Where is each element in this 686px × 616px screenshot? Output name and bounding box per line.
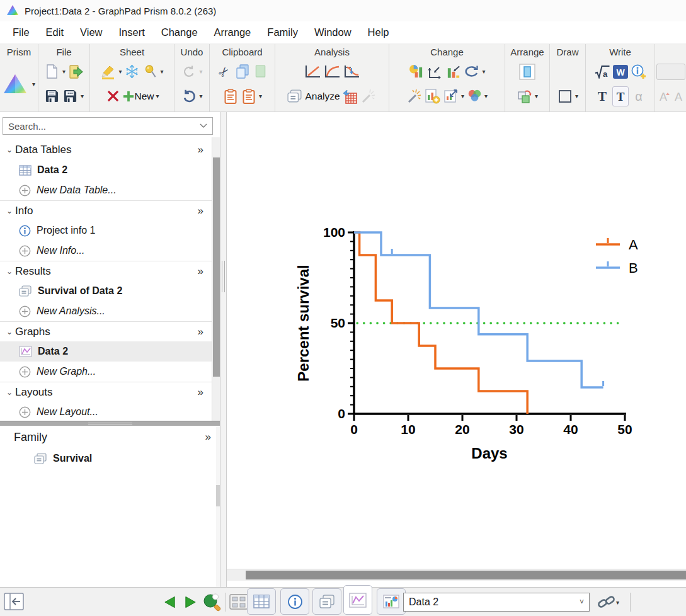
expand-icon[interactable]: »	[198, 265, 203, 278]
analyze-button[interactable]: Analyze	[287, 86, 340, 106]
freeze-sheet-button[interactable]	[124, 62, 140, 82]
section-data-tables[interactable]: ⌄ Data Tables »	[0, 140, 212, 160]
paste-button[interactable]	[222, 86, 239, 106]
cut-button[interactable]: ✂	[216, 62, 232, 82]
new-analysis-table-button[interactable]	[342, 86, 358, 106]
layout-sheet-tab[interactable]	[377, 588, 406, 615]
info-sheet-tab[interactable]	[280, 588, 309, 615]
sidebar-item-new-analysis[interactable]: New Analysis...	[0, 301, 212, 321]
paste-special-button[interactable]	[241, 86, 257, 106]
delete-sheet-button[interactable]	[105, 86, 121, 106]
menu-window[interactable]: Window	[306, 23, 360, 42]
prism-menu-button[interactable]	[3, 74, 30, 94]
search-input[interactable]	[8, 121, 200, 132]
linear-regression-button[interactable]	[304, 62, 321, 82]
save-button[interactable]	[44, 86, 60, 106]
plot-appearance-button[interactable]	[445, 62, 461, 82]
expand-icon[interactable]: »	[198, 205, 203, 217]
sheet-selector-combobox[interactable]: Data 2 ˅	[403, 593, 590, 612]
family-header[interactable]: Family »	[0, 426, 220, 448]
section-info[interactable]: ⌄ Info »	[0, 200, 212, 220]
section-graphs[interactable]: ⌄ Graphs »	[0, 321, 212, 341]
word-export-button[interactable]: W	[612, 62, 629, 82]
scrollbar-thumb[interactable]	[213, 157, 220, 377]
table-sheet-tab[interactable]	[247, 588, 276, 615]
sidebar-item-project-info-1[interactable]: Project info 1	[0, 220, 212, 241]
chevron-down-icon[interactable]: ▾	[484, 93, 488, 100]
expand-icon[interactable]: »	[198, 144, 203, 156]
menu-insert[interactable]: Insert	[111, 23, 153, 42]
expand-icon[interactable]: »	[198, 386, 203, 399]
section-results[interactable]: ⌄ Results »	[0, 261, 212, 281]
next-sheet-button[interactable]	[183, 595, 198, 610]
search-box[interactable]	[3, 117, 213, 135]
expand-icon[interactable]: »	[198, 326, 203, 338]
undo-button[interactable]	[181, 86, 197, 106]
chevron-down-icon[interactable]: ⌄	[4, 328, 15, 336]
font-select-partial[interactable]	[656, 64, 685, 80]
sidebar-item-new-graph[interactable]: New Graph...	[0, 362, 212, 382]
equation-button[interactable]: a	[594, 62, 610, 82]
link-button[interactable]: ▾	[597, 594, 619, 610]
sidebar-item-survival-of-data2[interactable]: Survival of Data 2	[0, 281, 212, 301]
menu-edit[interactable]: Edit	[38, 23, 72, 42]
survival-chart[interactable]: 01020304050050100DaysPercent survivalAB	[227, 112, 686, 566]
chevron-down-icon[interactable]: ▾	[199, 93, 202, 100]
text-box-button[interactable]: T	[612, 86, 629, 106]
chevron-down-icon[interactable]: ⌄	[4, 388, 15, 397]
sidebar-item-graph-data2[interactable]: Data 2	[0, 341, 212, 362]
open-file-button[interactable]	[67, 62, 84, 82]
interpolate-curve-button[interactable]	[343, 62, 360, 82]
pane-splitter[interactable]	[220, 112, 227, 587]
pin-sheet-button[interactable]	[142, 62, 159, 82]
prev-sheet-button[interactable]	[163, 595, 177, 610]
position-object-button[interactable]	[519, 62, 535, 82]
family-panel-splitter[interactable]	[0, 421, 220, 426]
save-as-button[interactable]	[62, 86, 79, 106]
copy-button[interactable]	[234, 62, 251, 82]
graph-horizontal-scrollbar[interactable]	[227, 569, 686, 581]
chevron-down-icon[interactable]: ▾	[461, 93, 464, 100]
menu-family[interactable]: Family	[259, 23, 306, 42]
text-tool-button[interactable]: T	[594, 86, 610, 106]
collapse-sidebar-button[interactable]	[4, 593, 24, 610]
chevron-down-icon[interactable]: ▾	[156, 93, 159, 100]
expand-icon[interactable]: »	[205, 431, 211, 443]
highlight-button[interactable]	[100, 62, 117, 82]
find-magnifier-button[interactable]	[203, 593, 222, 612]
family-item-survival[interactable]: Survival	[0, 448, 220, 469]
sidebar-item-new-info[interactable]: New Info...	[0, 241, 212, 261]
graph-type-button[interactable]	[408, 62, 425, 82]
new-sheet-button[interactable]: New	[123, 86, 154, 106]
color-scheme-button[interactable]	[466, 86, 483, 106]
scrollbar-thumb[interactable]	[246, 571, 686, 579]
rotate-cycle-button[interactable]	[463, 62, 480, 82]
chevron-down-icon[interactable]: ⌄	[4, 267, 15, 276]
sidebar-item-new-data-table[interactable]: New Data Table...	[0, 180, 212, 200]
menu-change[interactable]: Change	[153, 23, 206, 42]
add-data-to-graph-button[interactable]	[425, 86, 441, 106]
chevron-down-icon[interactable]: ▾	[81, 93, 84, 100]
magic-wand-button[interactable]	[406, 86, 423, 106]
menu-view[interactable]: View	[72, 23, 110, 42]
menu-file[interactable]: File	[4, 23, 38, 42]
resize-graph-button[interactable]	[443, 86, 459, 106]
frame-axes-button[interactable]	[426, 62, 443, 82]
chevron-down-icon[interactable]: ▾	[118, 68, 122, 75]
add-info-button[interactable]	[631, 62, 647, 82]
chevron-down-icon[interactable]: ▾	[575, 93, 578, 100]
chevron-down-icon[interactable]: ▾	[62, 68, 66, 75]
chevron-down-icon[interactable]: ▾	[535, 93, 538, 100]
menu-arrange[interactable]: Arrange	[206, 23, 260, 42]
nonlinear-fit-button[interactable]	[323, 62, 341, 82]
chevron-down-icon[interactable]: ▾	[161, 68, 164, 75]
section-layouts[interactable]: ⌄ Layouts »	[0, 382, 212, 402]
graph-sheet-tab[interactable]	[343, 585, 372, 615]
results-sheet-tab[interactable]	[312, 588, 341, 615]
chevron-down-icon[interactable]: ⌄	[4, 207, 15, 215]
menu-help[interactable]: Help	[360, 23, 397, 42]
arrange-objects-button[interactable]	[517, 86, 533, 106]
draw-shape-button[interactable]	[557, 86, 573, 106]
chevron-down-icon[interactable]: ▾	[482, 68, 485, 75]
sidebar-item-data-table-data2[interactable]: Data 2	[0, 160, 212, 180]
